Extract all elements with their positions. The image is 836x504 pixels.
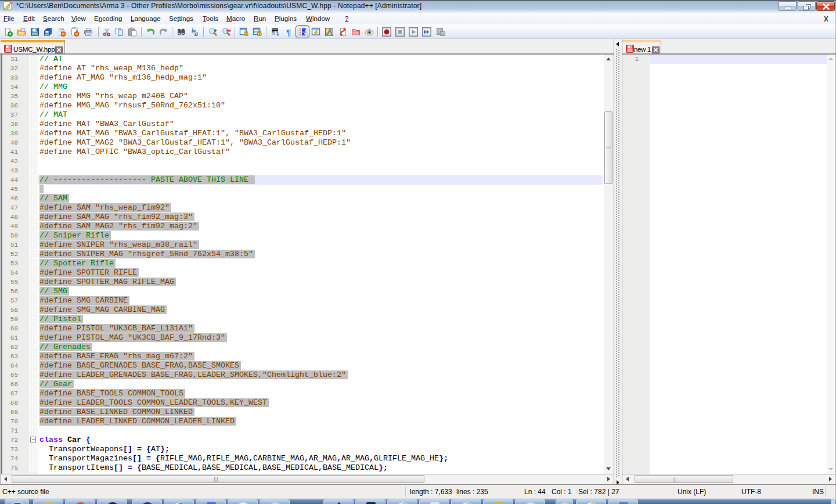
svg-text:¶: ¶ (286, 27, 291, 37)
